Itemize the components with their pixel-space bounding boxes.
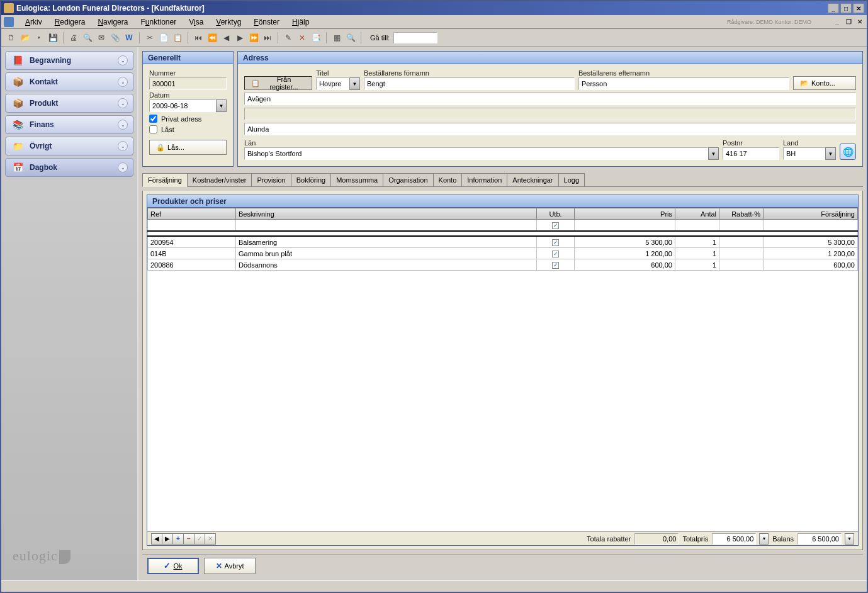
col-beskrivning[interactable]: Beskrivning xyxy=(236,208,537,220)
tab-momssumma[interactable]: Momssumma xyxy=(330,173,383,186)
privat-checkbox[interactable]: Privat adress xyxy=(149,115,227,123)
mdi-restore[interactable]: ❐ xyxy=(844,18,853,26)
sidebar-item-finans[interactable]: 📚 Finans ⌄ xyxy=(5,115,133,134)
titel-field[interactable] xyxy=(316,77,349,90)
table-row[interactable]: 014BGamma brun plåt✓1 200,0011 200,00 xyxy=(148,248,858,259)
sidebar-item-ovrigt[interactable]: 📁 Övrigt ⌄ xyxy=(5,137,133,155)
tab-konto[interactable]: Konto xyxy=(433,173,463,186)
maximize-button[interactable]: □ xyxy=(840,3,852,13)
table-row[interactable]: 200886Dödsannons✓600,001600,00 xyxy=(148,259,858,271)
nav-next-icon[interactable]: ▶ xyxy=(234,31,246,44)
checkbox-icon[interactable]: ✓ xyxy=(552,262,559,269)
las-button[interactable]: 🔒 Lås... xyxy=(149,140,227,155)
col-rabatt[interactable]: Rabatt-% xyxy=(719,208,764,220)
word-icon[interactable]: W xyxy=(123,31,135,44)
totalpris-value[interactable]: 6 500,00 xyxy=(712,533,756,545)
col-ref[interactable]: Ref xyxy=(148,208,236,220)
titel-dropdown[interactable]: ▼ xyxy=(349,77,360,90)
tab-forsaljning[interactable]: Försäljning xyxy=(142,173,188,187)
checkbox-icon[interactable]: ✓ xyxy=(552,222,559,229)
address-line2[interactable] xyxy=(244,108,856,120)
sidebar-item-produkt[interactable]: 📦 Produkt ⌄ xyxy=(5,94,133,113)
col-antal[interactable]: Antal xyxy=(675,208,719,220)
mail-icon[interactable]: ✉ xyxy=(95,31,108,44)
new-icon[interactable]: 🗋 xyxy=(5,31,18,44)
grid-icon[interactable]: ▦ xyxy=(330,31,343,44)
lan-field[interactable] xyxy=(244,147,708,160)
mdi-minimize[interactable]: _ xyxy=(833,18,842,26)
open-dropdown[interactable]: ▾ xyxy=(33,31,45,44)
chevron-down-icon[interactable]: ⌄ xyxy=(118,120,128,130)
address-line1[interactable] xyxy=(244,93,856,105)
land-dropdown[interactable]: ▼ xyxy=(825,147,836,160)
menu-verktyg[interactable]: Verktyg xyxy=(211,16,246,28)
fornamn-field[interactable] xyxy=(364,77,575,90)
postnr-field[interactable] xyxy=(723,147,779,160)
avbryt-button[interactable]: ✕ Avbryt xyxy=(204,558,256,574)
tab-organisation[interactable]: Organisation xyxy=(383,173,433,186)
address-line3[interactable] xyxy=(244,123,856,135)
nav-prev-fast-icon[interactable]: ⏪ xyxy=(206,31,218,44)
privat-check-input[interactable] xyxy=(149,115,157,123)
chevron-down-icon[interactable]: ⌄ xyxy=(118,77,128,87)
efternamn-field[interactable] xyxy=(578,77,789,90)
menu-redigera[interactable]: Redigera xyxy=(50,16,91,28)
last-checkbox[interactable]: Låst xyxy=(149,125,227,133)
nav-last-icon[interactable]: ⏭ xyxy=(261,31,274,44)
grid-add-icon[interactable]: + xyxy=(172,533,184,545)
land-field[interactable] xyxy=(783,147,825,160)
nav-next-fast-icon[interactable]: ⏩ xyxy=(247,31,260,44)
tab-information[interactable]: Information xyxy=(461,173,507,186)
balans-value[interactable]: 6 500,00 xyxy=(798,533,842,545)
last-check-input[interactable] xyxy=(149,125,157,133)
grid-remove-icon[interactable]: − xyxy=(183,533,194,545)
save-icon[interactable]: 💾 xyxy=(47,31,59,44)
ok-button[interactable]: ✓ Ok xyxy=(147,558,199,574)
checkbox-icon[interactable]: ✓ xyxy=(552,251,559,257)
delete-icon[interactable]: ✕ xyxy=(296,31,308,44)
lan-dropdown[interactable]: ▼ xyxy=(708,147,719,160)
minimize-button[interactable]: _ xyxy=(828,3,839,13)
col-utb[interactable]: Utb. xyxy=(537,208,575,220)
products-table[interactable]: Ref Beskrivning Utb. Pris Antal Rabatt-%… xyxy=(147,208,858,271)
totalpris-dropdown[interactable]: ▼ xyxy=(759,533,769,545)
sidebar-item-kontakt[interactable]: 📦 Kontakt ⌄ xyxy=(5,72,133,91)
col-pris[interactable]: Pris xyxy=(575,208,675,220)
nummer-field[interactable] xyxy=(149,77,227,90)
menu-arkiv[interactable]: Arkiv xyxy=(20,16,47,28)
nav-first-icon[interactable]: ⏮ xyxy=(192,31,205,44)
grid-cancel-icon[interactable]: ✕ xyxy=(205,533,216,545)
from-register-button[interactable]: 📋 Från register... xyxy=(244,76,312,90)
copy2-icon[interactable]: 📑 xyxy=(310,31,322,44)
attach-icon[interactable]: 📎 xyxy=(109,31,121,44)
paste-icon[interactable]: 📋 xyxy=(171,31,184,44)
cut-icon[interactable]: ✂ xyxy=(144,31,156,44)
find-icon[interactable]: 🔍 xyxy=(344,31,357,44)
chevron-down-icon[interactable]: ⌄ xyxy=(118,55,128,65)
tab-logg[interactable]: Logg xyxy=(558,173,585,186)
datum-field[interactable] xyxy=(149,99,216,112)
menu-fonster[interactable]: Fönster xyxy=(249,16,285,28)
menu-funktioner[interactable]: Funktioner xyxy=(135,16,181,28)
grid-confirm-icon[interactable]: ✓ xyxy=(194,533,205,545)
sidebar-item-dagbok[interactable]: 📅 Dagbok ⌄ xyxy=(5,158,133,177)
sidebar-item-begravning[interactable]: 📕 Begravning ⌄ xyxy=(5,51,133,70)
table-row[interactable]: 200954Balsamering✓5 300,0015 300,00 xyxy=(148,236,858,248)
chevron-down-icon[interactable]: ⌄ xyxy=(118,98,128,108)
balans-dropdown[interactable]: ▼ xyxy=(845,533,854,545)
menu-visa[interactable]: Visa xyxy=(184,16,208,28)
print-icon[interactable]: 🖨 xyxy=(67,31,80,44)
close-button[interactable]: ✕ xyxy=(853,3,864,13)
checkbox-icon[interactable]: ✓ xyxy=(552,239,559,246)
col-forsaljning[interactable]: Försäljning xyxy=(764,208,858,220)
preview-icon[interactable]: 🔍 xyxy=(81,31,94,44)
nav-prev-icon[interactable]: ◀ xyxy=(220,31,232,44)
globe-button[interactable]: 🌐 xyxy=(840,144,856,160)
grid-next-icon[interactable]: ▶ xyxy=(162,533,173,545)
chevron-down-icon[interactable]: ⌄ xyxy=(118,141,128,151)
grid-prev-icon[interactable]: ◀ xyxy=(151,533,162,545)
tab-kostnader[interactable]: Kostnader/vinster xyxy=(187,173,252,186)
open-icon[interactable]: 📂 xyxy=(19,31,31,44)
chevron-down-icon[interactable]: ⌄ xyxy=(118,162,128,172)
copy-icon[interactable]: 📄 xyxy=(157,31,170,44)
